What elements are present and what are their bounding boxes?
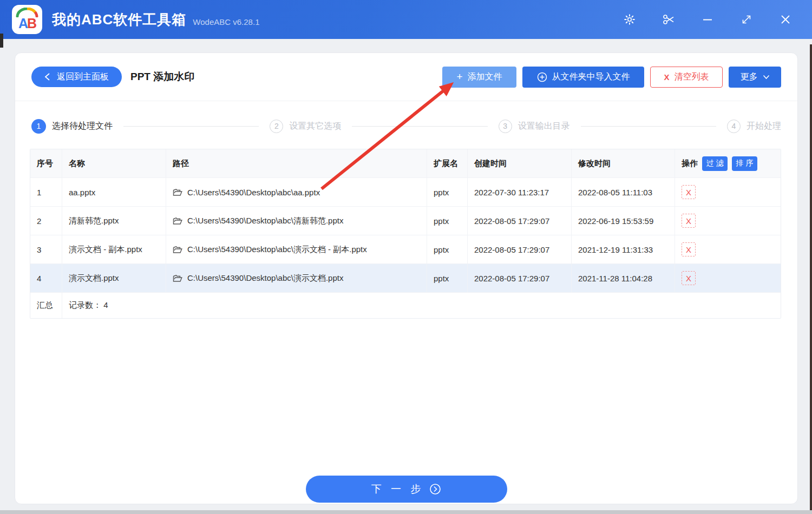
clear-x-icon: X bbox=[664, 73, 669, 82]
header-actions: 操作 bbox=[682, 159, 698, 169]
folder-icon bbox=[173, 217, 182, 225]
delete-row-button[interactable]: X bbox=[682, 271, 696, 285]
table-row[interactable]: 1 aa.pptx C:\Users\54390\Desktop\abc\aa.… bbox=[30, 177, 781, 206]
background-window-edge-right bbox=[810, 44, 812, 514]
next-step-label: 下 一 步 bbox=[371, 482, 424, 496]
close-button[interactable] bbox=[778, 12, 793, 27]
cell-index: 3 bbox=[30, 235, 62, 263]
path-text: C:\Users\54390\Desktop\abc\演示文档.pptx bbox=[187, 273, 343, 284]
toolbar: 返回到主面板 PPT 添加水印 + 添加文件 从文件夹中导入文件 X 清空列表 bbox=[15, 53, 797, 101]
folder-icon bbox=[173, 246, 182, 254]
add-files-label: 添加文件 bbox=[468, 71, 502, 83]
main-panel: 返回到主面板 PPT 添加水印 + 添加文件 从文件夹中导入文件 X 清空列表 bbox=[15, 52, 798, 504]
step-connector bbox=[123, 126, 259, 127]
plus-icon: + bbox=[456, 71, 462, 83]
cell-modified: 2021-12-19 11:31:33 bbox=[572, 235, 675, 263]
minimize-icon bbox=[702, 14, 713, 25]
settings-button[interactable] bbox=[623, 12, 637, 27]
chevron-left-icon bbox=[44, 73, 50, 81]
more-button[interactable]: 更多 bbox=[729, 67, 781, 88]
step-select-files: 1 选择待处理文件 bbox=[31, 119, 113, 134]
import-from-folder-button[interactable]: 从文件夹中导入文件 bbox=[522, 67, 644, 88]
delete-row-button[interactable]: X bbox=[682, 185, 696, 199]
window-bottom-strip bbox=[0, 510, 812, 514]
folder-icon bbox=[173, 188, 182, 196]
delete-row-button[interactable]: X bbox=[682, 214, 696, 228]
summary-label: 汇总 bbox=[30, 293, 62, 318]
cell-index: 4 bbox=[30, 264, 62, 292]
chevron-down-icon bbox=[763, 75, 770, 80]
header-path: 路径 bbox=[166, 149, 427, 177]
path-text: C:\Users\54390\Desktop\abc\演示文档 - 副本.ppt… bbox=[187, 245, 367, 255]
cell-path: C:\Users\54390\Desktop\abc\清新韩范.pptx bbox=[166, 207, 427, 235]
step-indicator: 1 选择待处理文件 2 设置其它选项 3 设置输出目录 4 开始处理 bbox=[15, 115, 797, 137]
cell-index: 2 bbox=[30, 207, 62, 235]
next-step-button[interactable]: 下 一 步 bbox=[306, 476, 507, 503]
table-row[interactable]: 2 清新韩范.pptx C:\Users\54390\Desktop\abc\清… bbox=[30, 206, 781, 235]
cell-modified: 2021-11-28 11:04:28 bbox=[572, 264, 675, 292]
close-icon bbox=[780, 14, 791, 25]
cell-name: 演示文档 - 副本.pptx bbox=[62, 235, 166, 263]
summary-record-count: 记录数： 4 bbox=[62, 293, 781, 318]
step-output-dir: 3 设置输出目录 bbox=[499, 120, 570, 133]
sort-button[interactable]: 排序 bbox=[732, 156, 757, 171]
cell-path: C:\Users\54390\Desktop\abc\演示文档.pptx bbox=[166, 264, 427, 292]
cell-modified: 2022-08-05 11:11:03 bbox=[572, 178, 675, 206]
cell-ext: pptx bbox=[427, 178, 468, 206]
app-logo: AB bbox=[12, 5, 42, 34]
cell-ext: pptx bbox=[427, 235, 468, 263]
step-other-options: 2 设置其它选项 bbox=[270, 120, 341, 133]
import-folder-label: 从文件夹中导入文件 bbox=[552, 71, 630, 83]
header-modified: 修改时间 bbox=[572, 149, 675, 177]
step-4-circle: 4 bbox=[727, 120, 741, 133]
more-label: 更多 bbox=[741, 71, 758, 83]
cell-ext: pptx bbox=[427, 264, 468, 292]
table-row[interactable]: 4 演示文档.pptx C:\Users\54390\Desktop\abc\演… bbox=[30, 263, 781, 292]
header-ext: 扩展名 bbox=[427, 149, 468, 177]
gear-icon bbox=[624, 14, 636, 25]
table-row[interactable]: 3 演示文档 - 副本.pptx C:\Users\54390\Desktop\… bbox=[30, 235, 781, 263]
clear-list-label: 清空列表 bbox=[675, 71, 709, 83]
circle-arrow-right-icon bbox=[429, 483, 441, 495]
step-start-process: 4 开始处理 bbox=[727, 120, 781, 133]
cell-created: 2022-08-05 17:29:07 bbox=[468, 207, 572, 235]
header-name: 名称 bbox=[62, 149, 166, 177]
step-4-label: 开始处理 bbox=[746, 121, 781, 132]
path-text: C:\Users\54390\Desktop\abc\清新韩范.pptx bbox=[187, 216, 343, 226]
cell-index: 1 bbox=[30, 178, 62, 206]
cell-name: aa.pptx bbox=[62, 178, 166, 206]
app-version: WodeABC v6.28.1 bbox=[193, 17, 259, 27]
table-header-row: 序号 名称 路径 扩展名 创建时间 修改时间 操作 过滤 排序 bbox=[30, 149, 781, 177]
filter-button[interactable]: 过滤 bbox=[702, 156, 728, 171]
step-connector bbox=[352, 126, 487, 127]
cell-name: 清新韩范.pptx bbox=[62, 207, 166, 235]
minimize-button[interactable] bbox=[700, 12, 715, 27]
header-index: 序号 bbox=[30, 149, 62, 177]
page-title: PPT 添加水印 bbox=[130, 70, 194, 84]
path-text: C:\Users\54390\Desktop\abc\aa.pptx bbox=[187, 188, 320, 197]
back-to-dashboard-button[interactable]: 返回到主面板 bbox=[31, 67, 122, 87]
cell-name: 演示文档.pptx bbox=[62, 264, 166, 292]
cell-path: C:\Users\54390\Desktop\abc\aa.pptx bbox=[166, 178, 427, 206]
cell-modified: 2022-06-19 15:53:59 bbox=[572, 207, 675, 235]
scissors-icon bbox=[662, 13, 675, 26]
delete-row-button[interactable]: X bbox=[682, 242, 696, 256]
step-3-label: 设置输出目录 bbox=[518, 121, 570, 132]
background-window-edge-left bbox=[0, 34, 3, 48]
cell-path: C:\Users\54390\Desktop\abc\演示文档 - 副本.ppt… bbox=[166, 235, 427, 263]
app-title: 我的ABC软件工具箱 bbox=[52, 10, 186, 29]
step-3-circle: 3 bbox=[499, 120, 512, 133]
clear-list-button[interactable]: X 清空列表 bbox=[650, 67, 723, 88]
step-2-label: 设置其它选项 bbox=[289, 121, 341, 132]
maximize-button[interactable] bbox=[739, 12, 754, 27]
back-button-label: 返回到主面板 bbox=[57, 71, 109, 83]
step-1-circle: 1 bbox=[31, 119, 46, 134]
add-files-button[interactable]: + 添加文件 bbox=[442, 67, 516, 88]
folder-icon bbox=[173, 274, 182, 282]
file-table: 序号 名称 路径 扩展名 创建时间 修改时间 操作 过滤 排序 1 aa.ppt… bbox=[30, 149, 781, 319]
screenshot-button[interactable] bbox=[662, 12, 676, 27]
step-connector bbox=[581, 126, 716, 127]
logo-letters: AB bbox=[18, 16, 36, 31]
header-created: 创建时间 bbox=[468, 149, 572, 177]
step-2-circle: 2 bbox=[270, 120, 283, 133]
